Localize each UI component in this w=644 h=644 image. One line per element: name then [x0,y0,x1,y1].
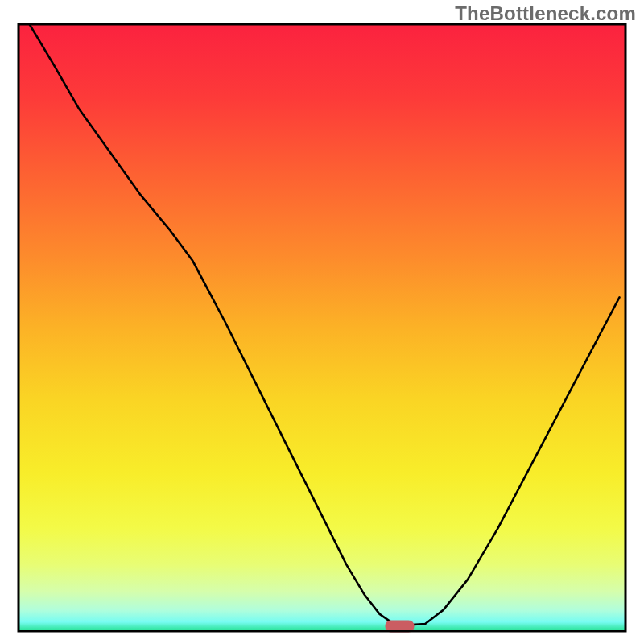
chart-container: TheBottleneck.com [0,0,644,644]
bottleneck-plot [0,0,644,644]
gradient-background [19,24,625,631]
plot-area-group [19,24,625,633]
